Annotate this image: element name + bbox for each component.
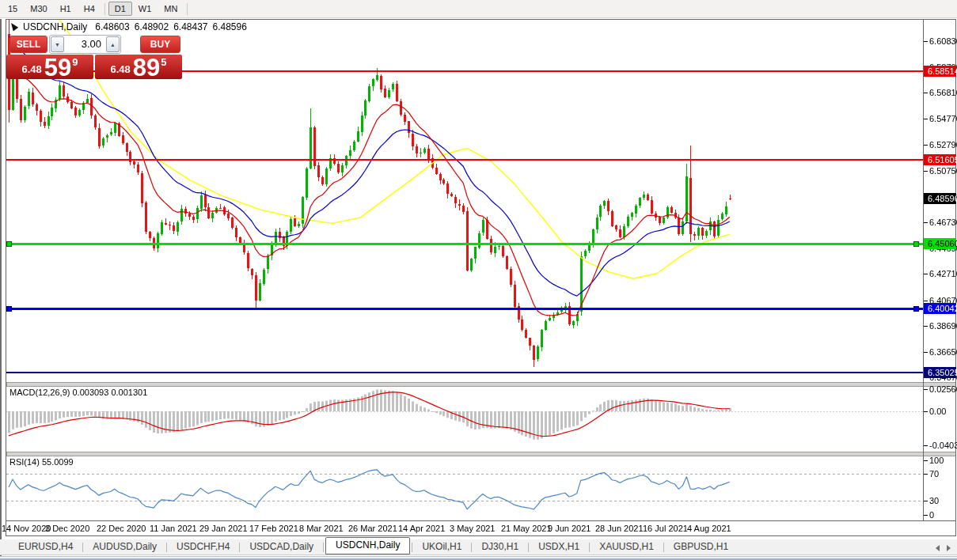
bar-low-value: 6.48437 — [173, 21, 207, 32]
bar-close-value: 6.48596 — [213, 21, 247, 32]
timeframe-button-d1[interactable]: D1 — [108, 2, 132, 16]
timeframe-button-m30[interactable]: M30 — [24, 2, 53, 16]
chart-title: USDCNH,Daily 6.48603 6.48902 6.48437 6.4… — [10, 21, 252, 32]
price-axis-label: 6.50750 — [929, 165, 957, 176]
tab-usdcad-daily[interactable]: USDCAD,Daily — [241, 539, 321, 554]
tab-separator — [589, 543, 590, 552]
toolbar-separator — [104, 3, 105, 15]
date-label: 28 Jun 2021 — [595, 524, 644, 533]
buy-button[interactable]: BUY — [140, 36, 180, 53]
price-axis-label: 6.36650 — [929, 346, 957, 358]
date-label: 17 Feb 2021 — [249, 524, 298, 533]
timeframe-button-h1[interactable]: H1 — [54, 2, 78, 16]
price-level-badge: 6.58514 — [924, 66, 956, 77]
date-label: 4 Aug 2021 — [687, 524, 731, 533]
timeframe-button-mn[interactable]: MN — [158, 2, 184, 16]
bar-high-value: 6.48902 — [135, 21, 169, 32]
sell-price-pips: 59 — [44, 58, 71, 78]
rsi-indicator-label: RSI(14) 55.0099 — [9, 457, 74, 467]
rsi-axis-label: 70 — [929, 468, 939, 479]
chart-marker-icon — [9, 21, 18, 32]
tab-ukoil-h1[interactable]: UKOil,H1 — [414, 539, 469, 554]
price-axis-label: 6.38690 — [929, 320, 957, 331]
tab-scroll-left-icon[interactable] — [936, 545, 940, 551]
tab-dj30-h1[interactable]: DJ30,H1 — [473, 539, 526, 554]
buy-price-main: 6.48 — [110, 63, 130, 75]
tab-xauusd-h1[interactable]: XAUUSD,H1 — [591, 539, 662, 554]
price-axis-label: 6.42710 — [929, 268, 957, 279]
price-axis-label: 6.52790 — [929, 139, 957, 150]
date-label: 16 Jul 2021 — [643, 524, 688, 533]
price-axis-label: 6.46730 — [929, 217, 957, 228]
rsi-axis-label: 30 — [929, 495, 939, 506]
timeframe-button-w1[interactable]: W1 — [132, 2, 158, 16]
chart-plot-area[interactable] — [0, 0, 957, 560]
sell-price-tile[interactable]: 6.48 59 9 — [6, 55, 93, 79]
mt4-chart-screen: 15M30H1H4D1W1MN USDCNH,Daily 6.48603 6.4… — [0, 0, 957, 560]
price-level-badge: 6.45060 — [924, 238, 956, 249]
date-label: 3 May 2021 — [450, 524, 495, 533]
timeframe-toolbar: 15M30H1H4D1W1MN — [0, 0, 957, 18]
bar-open-value: 6.48603 — [95, 21, 129, 32]
buy-price-tile[interactable]: 6.48 89 5 — [95, 55, 182, 79]
tab-separator — [663, 543, 664, 552]
tab-separator — [412, 543, 412, 552]
rsi-axis-label: 0 — [929, 509, 934, 520]
sell-button[interactable]: SELL — [9, 36, 47, 53]
tab-separator — [82, 543, 83, 552]
symbol-tab-bar: EURUSD,H4AUDUSD,DailyUSDCHF,H4USDCAD,Dai… — [0, 539, 957, 555]
date-label: 29 Jan 2021 — [199, 524, 248, 533]
status-strip — [0, 556, 957, 560]
tab-usdcnh-daily[interactable]: USDCNH,Daily — [325, 537, 410, 554]
price-axis-label: 6.56810 — [929, 87, 957, 98]
price-axis-label: 6.60830 — [929, 36, 957, 47]
tab-separator — [166, 543, 167, 552]
macd-indicator-label: MACD(12,26,9) 0.003093 0.001301 — [9, 388, 147, 397]
date-label: 14 Apr 2021 — [398, 524, 445, 533]
date-label: 11 Jan 2021 — [150, 524, 197, 533]
tab-audusd-daily[interactable]: AUDUSD,Daily — [85, 539, 165, 554]
timeframe-button-h4[interactable]: H4 — [78, 2, 101, 16]
sell-price-fraction: 9 — [72, 56, 78, 68]
macd-axis-label: -0.040386 — [929, 440, 957, 451]
date-label: 26 Mar 2021 — [348, 524, 397, 533]
symbol-title: USDCNH,Daily — [23, 21, 87, 32]
tab-usdx-h1[interactable]: USDX,H1 — [530, 539, 587, 554]
date-label: 21 May 2021 — [501, 524, 552, 533]
volume-stepper: ▼ 3.00 ▲ — [49, 35, 121, 54]
tab-separator — [471, 543, 472, 552]
current-price-badge: 6.48596 — [924, 193, 956, 204]
tab-separator — [323, 543, 324, 552]
date-label: 22 Dec 2020 — [97, 524, 146, 533]
tab-separator — [528, 543, 529, 552]
price-level-badge: 6.51605 — [924, 154, 956, 165]
volume-decrease-icon[interactable]: ▼ — [51, 36, 64, 52]
macd-axis-label: 0.00 — [929, 406, 946, 417]
price-axis-label: 6.54770 — [929, 113, 957, 124]
date-label: 3 Dec 2020 — [45, 524, 89, 533]
buy-price-fraction: 5 — [161, 56, 166, 68]
tab-scroll-right-icon[interactable] — [947, 545, 951, 551]
date-label: 8 Mar 2021 — [299, 524, 344, 533]
macd-axis-label: 0.025609 — [929, 384, 957, 395]
tab-usdchf-h4[interactable]: USDCHF,H4 — [169, 539, 237, 554]
tab-separator — [239, 543, 240, 552]
volume-increase-icon[interactable]: ▲ — [106, 36, 120, 52]
date-label: 9 Jun 2021 — [548, 524, 591, 533]
sell-price-main: 6.48 — [21, 63, 41, 75]
date-label: 14 Nov 2020 — [2, 524, 51, 533]
price-level-badge: 6.35025 — [924, 367, 956, 378]
price-level-badge: 6.40042 — [924, 303, 956, 314]
tab-gbpusd-h1[interactable]: GBPUSD,H1 — [666, 539, 736, 554]
tab-eurusd-h4[interactable]: EURUSD,H4 — [10, 539, 81, 554]
rsi-axis-label: 100 — [929, 455, 944, 466]
toolbar-separator — [187, 3, 188, 15]
timeframe-button-15[interactable]: 15 — [2, 2, 24, 16]
buy-price-pips: 89 — [133, 58, 160, 78]
volume-input[interactable]: 3.00 — [65, 36, 105, 53]
